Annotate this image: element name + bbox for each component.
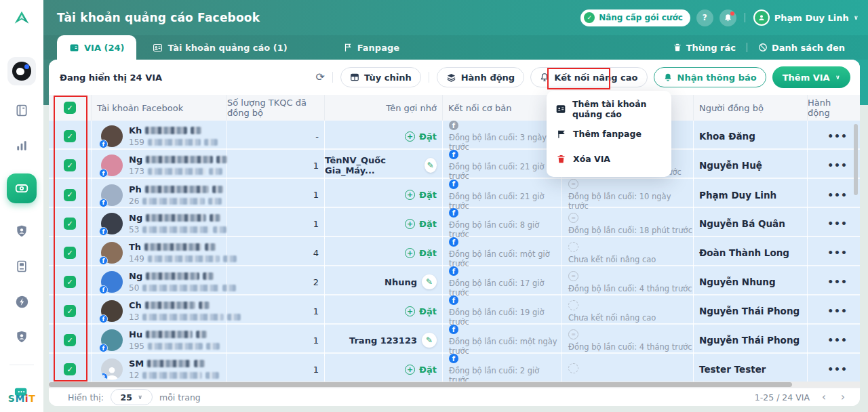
- refresh-icon[interactable]: ⟳: [315, 72, 324, 83]
- facebook-badge-icon: f: [99, 199, 108, 207]
- row-checkbox[interactable]: ✓: [64, 334, 76, 346]
- set-alias-button[interactable]: +Đặt: [405, 306, 437, 316]
- account-name: Ng: [129, 213, 142, 223]
- row-actions-menu[interactable]: •••: [807, 208, 860, 239]
- table-row[interactable]: ✓fPh261+ĐặtfĐồng bộ lần cuối: 21 giờ trư…: [49, 179, 860, 208]
- redacted-id: [142, 314, 224, 321]
- table-row[interactable]: ✓fNg502Nhung✎fĐồng bộ lần cuối: 17 giờ t…: [49, 266, 860, 295]
- set-alias-button[interactable]: +Đặt: [405, 190, 437, 200]
- set-alias-button[interactable]: +Đặt: [405, 219, 437, 229]
- plus-circle-icon: +: [405, 219, 415, 229]
- table-row[interactable]: ✓fTh1494+ĐặtfĐồng bộ lần cuối: một giờ t…: [49, 237, 860, 266]
- edit-alias-icon[interactable]: ✎: [422, 274, 437, 289]
- check-badge-icon: ✓: [584, 12, 595, 23]
- table-row[interactable]: ✓fNg1731TênNV_Quốc Gia_Máy...✎fĐồng bộ l…: [49, 150, 860, 179]
- edit-alias-icon[interactable]: ✎: [422, 333, 437, 348]
- row-checkbox[interactable]: ✓: [64, 189, 76, 201]
- row-actions-menu[interactable]: •••: [807, 237, 860, 268]
- redacted-name: [203, 272, 214, 280]
- facebook-icon: f: [449, 208, 458, 218]
- customize-button[interactable]: Tùy chỉnh: [340, 67, 421, 87]
- select-all-checkbox[interactable]: ✓: [64, 102, 76, 114]
- table-rows: ✓fKh159-+ĐặtfĐồng bộ lần cuối: 3 ngày tr…: [49, 121, 860, 383]
- table-row[interactable]: ✓fNg531+ĐặtfĐồng bộ lần cuối: 8 giờ trướ…: [49, 208, 860, 237]
- next-page-button[interactable]: ›: [841, 391, 845, 403]
- vertical-scrollbar[interactable]: [854, 124, 858, 195]
- col-account[interactable]: Tài khoản Facebook: [91, 95, 226, 121]
- advanced-connection-button[interactable]: Kết nối nâng cao: [530, 67, 647, 87]
- row-checkbox[interactable]: ✓: [64, 130, 76, 142]
- shield-user-icon-2[interactable]: [14, 329, 29, 344]
- actions-button[interactable]: Hành động: [437, 67, 525, 87]
- col-actions[interactable]: Hành động: [807, 95, 860, 121]
- trash-tab[interactable]: Thùng rác: [673, 43, 736, 53]
- user-menu[interactable]: Phạm Duy Linh ∨: [753, 9, 859, 26]
- set-alias-button[interactable]: +Đặt: [405, 131, 437, 142]
- redacted-id: [209, 168, 222, 175]
- redacted-id: [142, 285, 219, 291]
- row-actions-menu[interactable]: •••: [807, 150, 860, 181]
- horizontal-scrollbar[interactable]: [49, 382, 860, 388]
- upgrade-plan-button[interactable]: ✓ Nâng cấp gói cước: [580, 9, 690, 26]
- notebook-icon[interactable]: [14, 103, 29, 118]
- col-alias[interactable]: Tên gợi nhớ: [324, 95, 442, 121]
- page-title: Tài khoản quảng cáo Facebook: [57, 11, 260, 24]
- facebook-icon: f: [449, 180, 458, 189]
- edit-alias-icon[interactable]: ✎: [425, 158, 437, 173]
- row-checkbox[interactable]: ✓: [64, 363, 76, 375]
- set-alias-button[interactable]: +Đặt: [405, 248, 437, 258]
- row-actions-menu[interactable]: •••: [807, 266, 860, 297]
- device-icon[interactable]: [14, 259, 29, 274]
- tab-via[interactable]: VIA (24): [57, 35, 136, 60]
- tab-ad-accounts-label: Tài khoản quảng cáo (1): [167, 43, 287, 53]
- menu-item[interactable]: Thêm tài khoản quảng cáo: [547, 96, 671, 121]
- table-row[interactable]: ✓fSM121+ĐặtfĐồng bộ lần cuối: 2 giờ trướ…: [49, 354, 860, 383]
- notifications-button[interactable]: Nhận thông báo: [654, 67, 766, 87]
- col-syncer[interactable]: Người đồng bộ: [693, 95, 807, 121]
- row-checkbox[interactable]: ✓: [64, 247, 76, 259]
- row-actions-menu[interactable]: •••: [807, 179, 860, 211]
- bolt-circle-icon[interactable]: [14, 294, 29, 309]
- flag-icon: [555, 129, 567, 139]
- add-via-button[interactable]: Thêm VIA ∨: [772, 66, 850, 88]
- row-checkbox[interactable]: ✓: [64, 305, 76, 317]
- col-basic-connection[interactable]: Kết nối cơ bản: [442, 95, 561, 121]
- set-alias-button[interactable]: +Đặt: [405, 365, 437, 375]
- chevron-down-icon: ∨: [835, 74, 840, 81]
- shield-user-icon[interactable]: [14, 224, 29, 239]
- help-chat-icon[interactable]: ?: [696, 9, 713, 26]
- row-checkbox[interactable]: ✓: [64, 218, 76, 230]
- add-via-label: Thêm VIA: [783, 73, 830, 83]
- row-actions-menu[interactable]: •••: [807, 354, 860, 385]
- notification-bell-icon[interactable]: [719, 9, 736, 26]
- row-checkbox[interactable]: ✓: [64, 276, 76, 288]
- tab-ad-accounts[interactable]: Tài khoản quảng cáo (1): [136, 35, 303, 60]
- tab-fanpage[interactable]: Fanpage: [327, 35, 416, 60]
- syncer-name: Nguyễn Nhung: [693, 266, 807, 297]
- page-size-select[interactable]: 25 ∨: [111, 389, 153, 405]
- blacklist-tab[interactable]: Danh sách đen: [758, 43, 845, 53]
- row-actions-menu[interactable]: •••: [807, 325, 860, 356]
- table-row[interactable]: ✓fHu1951Trang 123123✎fĐồng bộ lần cuối: …: [49, 325, 860, 354]
- scrollbar-thumb[interactable]: [49, 382, 792, 387]
- account-id: 50: [129, 283, 139, 293]
- bar-chart-icon[interactable]: [14, 138, 29, 153]
- menu-item[interactable]: Thêm fanpage: [547, 121, 671, 146]
- table-row[interactable]: ✓fCh131+ĐặtfĐồng bộ lần cuối: 19 giờ trư…: [49, 295, 860, 325]
- redacted-id: [148, 168, 205, 175]
- col-synced-count[interactable]: Số lượng TKQC đã đồng bộ: [226, 95, 324, 121]
- sidebar-item-accounts-active[interactable]: [7, 173, 37, 203]
- app-logo-icon[interactable]: [12, 9, 32, 30]
- table-row[interactable]: ✓fKh159-+ĐặtfĐồng bộ lần cuối: 3 ngày tr…: [49, 121, 860, 150]
- prev-page-button[interactable]: ‹: [822, 391, 826, 403]
- row-actions-menu[interactable]: •••: [807, 295, 860, 327]
- syncer-name: Phạm Duy Linh: [693, 179, 807, 211]
- workspace-app-icon[interactable]: [7, 57, 36, 85]
- row-actions-menu[interactable]: •••: [807, 121, 860, 152]
- basic-sync-text: Đồng bộ lần cuối: 3 ngày trước: [449, 133, 561, 152]
- row-checkbox[interactable]: ✓: [64, 159, 76, 171]
- facebook-badge-icon: f: [99, 256, 108, 265]
- menu-item-label: Thêm fanpage: [573, 129, 642, 139]
- sidebar-nav: [7, 103, 37, 400]
- menu-item[interactable]: Xóa VIA: [547, 146, 671, 171]
